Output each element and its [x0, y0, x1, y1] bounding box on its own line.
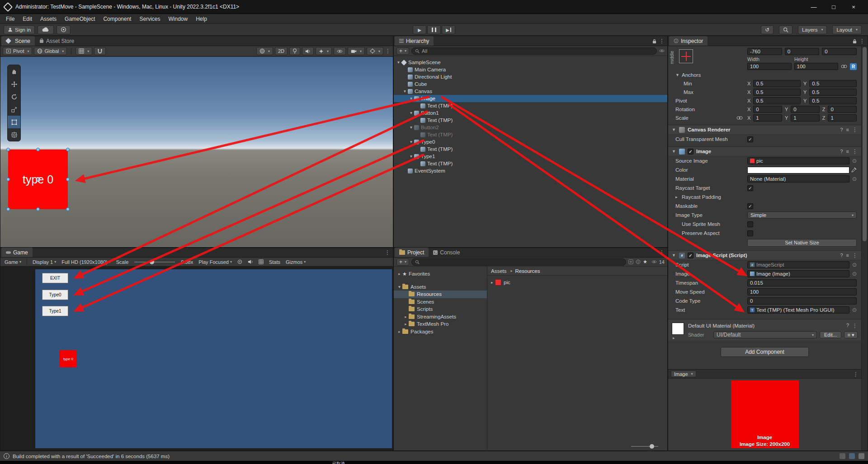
scene-visibility-column-icon[interactable] [659, 49, 665, 53]
source-image-field[interactable]: pic [747, 157, 849, 164]
foldout-arrow-icon[interactable]: ▼ [672, 253, 676, 258]
play-focused-dropdown[interactable]: Play Focused▾ [196, 259, 234, 265]
menu-edit[interactable]: Edit [19, 14, 36, 23]
lighting-toggle[interactable] [289, 47, 300, 55]
hierarchy-row-canvas[interactable]: ▼ Canvas [394, 88, 667, 95]
rect-handle[interactable] [6, 178, 10, 181]
audio-toggle[interactable] [302, 47, 314, 55]
gizmos-dropdown[interactable]: Gizmos▾ [283, 259, 308, 265]
anchor-max-x-field[interactable]: 0.5 [753, 89, 801, 96]
scale-y-field[interactable]: 1 [791, 114, 820, 122]
shader-options-button[interactable]: ≡ ▾ [844, 331, 858, 338]
pivot-handle[interactable] [36, 177, 40, 182]
breadcrumb-root[interactable]: Assets [491, 268, 507, 274]
image-enabled-checkbox[interactable] [688, 149, 693, 155]
minimize-button[interactable]: — [804, 0, 824, 14]
expand-arrow-icon[interactable]: ▼ [408, 111, 414, 115]
material-menu-icon[interactable]: ⋮ [852, 323, 858, 329]
lock-icon[interactable] [853, 39, 857, 44]
menu-window[interactable]: Window [164, 14, 192, 23]
scene-visibility-toggle[interactable] [334, 47, 346, 55]
hierarchy-row-text-tmp[interactable]: Text (TMP) [394, 117, 667, 124]
vsync-button[interactable] [256, 259, 266, 264]
preview-menu-icon[interactable]: ⋮ [853, 371, 859, 377]
resolution-dropdown[interactable]: Full HD (1920x1080)▾ [59, 259, 113, 265]
component-menu-icon[interactable]: ⋮ [852, 252, 858, 258]
project-menu-icon[interactable]: ⋮ [659, 249, 665, 256]
pos-y-field[interactable]: 0 [785, 48, 820, 55]
scale-slider[interactable] [134, 262, 175, 262]
windows-taskbar[interactable]: 已取消 [0, 461, 868, 464]
rotate-tool-button[interactable] [8, 90, 20, 103]
menu-file[interactable]: File [2, 14, 19, 23]
rect-handle[interactable] [66, 148, 70, 151]
hierarchy-row-type0[interactable]: ▼ Type0 [394, 138, 667, 145]
expand-arrow-icon[interactable]: ▼ [408, 96, 414, 101]
image-script-header[interactable]: ▼ # Image Script (Script) ?≡⋮ [668, 250, 861, 260]
scrollbar-thumb[interactable] [863, 47, 867, 241]
hierarchy-row-text-tmp[interactable]: Text (TMP) [394, 131, 667, 138]
text-ref-field[interactable]: T Text (TMP) (Text Mesh Pro UGUI) [747, 306, 849, 314]
favorites-filter-icon[interactable]: ★ [643, 259, 647, 264]
game-viewport[interactable]: EXITType0Type1 type 0 [0, 267, 393, 450]
set-native-size-button[interactable]: Set Native Size [747, 239, 857, 247]
pause-button[interactable] [427, 25, 441, 34]
camera-settings-dropdown[interactable]: ▾ [348, 47, 365, 55]
hierarchy-menu-icon[interactable]: ⋮ [659, 38, 665, 44]
game-button-exit[interactable]: EXIT [42, 273, 68, 283]
expand-arrow-icon[interactable]: ▼ [408, 140, 414, 144]
view-tool-button[interactable] [8, 65, 20, 78]
link-icon[interactable] [736, 116, 743, 120]
hierarchy-row-cube[interactable]: Cube [394, 80, 667, 88]
help-icon[interactable]: ? [840, 149, 843, 154]
material-field[interactable]: None (Material) [747, 175, 849, 183]
create-asset-button[interactable]: +▾ [396, 258, 409, 266]
create-object-button[interactable]: +▾ [396, 47, 409, 55]
canvas-renderer-header[interactable]: ▼ Canvas Renderer ?≡⋮ [668, 125, 861, 135]
foldout-arrow-icon[interactable]: ▼ [672, 149, 676, 154]
rect-handle[interactable] [6, 148, 10, 151]
foldout-arrow-icon[interactable]: ▸ [675, 195, 680, 199]
game-button-type0[interactable]: Type0 [42, 290, 68, 300]
move-speed-field[interactable]: 100 [747, 288, 857, 295]
pos-x-field[interactable]: -760 [747, 48, 782, 55]
snap-increment-button[interactable] [94, 47, 106, 55]
menu-assets[interactable]: Assets [36, 14, 61, 23]
project-search-input[interactable] [411, 258, 626, 266]
presets-icon[interactable]: ≡ [846, 127, 849, 132]
services-button[interactable] [57, 25, 71, 34]
scene-menu-icon[interactable]: ⋮ [385, 48, 391, 54]
raw-edit-mode-button[interactable]: R [850, 63, 857, 70]
rotation-x-field[interactable]: 0 [753, 106, 782, 113]
tab-project[interactable]: Project [395, 248, 429, 257]
collapse-arrow-icon[interactable]: ▸ [403, 314, 409, 319]
game-view-dropdown[interactable]: Game▾ [2, 259, 24, 265]
rect-handle[interactable] [66, 178, 70, 181]
link-icon[interactable] [841, 65, 847, 68]
anchor-min-y-field[interactable]: 0.5 [809, 80, 857, 87]
collapse-arrow-icon[interactable]: ▸ [396, 329, 402, 334]
menu-gameobject[interactable]: GameObject [61, 14, 99, 23]
hierarchy-row-text-tmp[interactable]: Text (TMP) [394, 145, 667, 153]
rect-tool-button[interactable] [8, 116, 20, 128]
image-script-enabled-checkbox[interactable] [688, 253, 693, 258]
game-menu-icon[interactable]: ⋮ [385, 249, 390, 256]
tab-scene[interactable]: Scene [1, 36, 35, 46]
project-tree-textmesh-pro[interactable]: ▸ TextMesh Pro [394, 320, 487, 328]
project-tree-assets[interactable]: ▼ Assets [394, 283, 487, 291]
preview-header[interactable]: Image▾ ⋮ [668, 370, 861, 379]
shader-dropdown[interactable]: UI/Default▾ [713, 331, 817, 338]
cloud-button[interactable] [38, 25, 54, 34]
hierarchy-row-button2[interactable]: ▼ Button2 [394, 124, 667, 131]
rect-handle[interactable] [6, 207, 10, 211]
preserve-aspect-checkbox[interactable] [747, 230, 753, 236]
expand-arrow-icon[interactable]: ▼ [408, 125, 414, 130]
object-picker-icon[interactable]: ⊙ [852, 262, 857, 268]
image-component-header[interactable]: ▼ Image ?≡⋮ [668, 146, 861, 156]
hierarchy-row-text-tmp[interactable]: Text (TMP) [394, 102, 667, 109]
scale-slider-knob[interactable] [150, 260, 154, 264]
help-icon[interactable]: ? [840, 253, 843, 258]
object-picker-icon[interactable]: ⊙ [852, 176, 857, 182]
menu-component[interactable]: Component [99, 14, 135, 23]
move-tool-button[interactable] [8, 78, 20, 90]
